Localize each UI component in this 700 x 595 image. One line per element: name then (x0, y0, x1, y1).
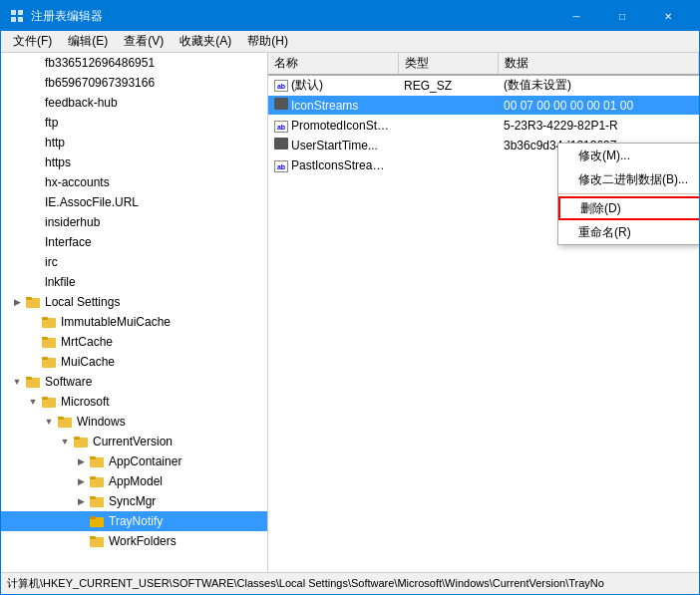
menu-help[interactable]: 帮助(H) (239, 31, 296, 53)
context-menu: 修改(M)...修改二进制数据(B)...删除(D)重命名(R) (557, 143, 699, 245)
context-menu-item-modify[interactable]: 修改(M)... (558, 144, 699, 167)
tree-item-fb659[interactable]: fb659670967393166 (1, 73, 267, 93)
svg-rect-21 (90, 456, 96, 459)
tree-item-insiderhub[interactable]: insiderhub (1, 212, 267, 232)
context-menu-item-modify-binary[interactable]: 修改二进制数据(B)... (558, 167, 699, 191)
tree-item-fb336[interactable]: fb336512696486951 (1, 53, 267, 73)
tree-item-Windows[interactable]: ▼Windows (1, 412, 267, 432)
folder-icon (89, 454, 105, 468)
tree-item-label: http (41, 136, 65, 149)
table-row[interactable]: abPromotedIconStre...5-23R3-4229-82P1-R (268, 116, 699, 136)
folder-icon (25, 375, 41, 389)
tree-item-label: fb659670967393166 (41, 76, 155, 90)
tree-item-label: WorkFolders (105, 534, 176, 548)
ab-icon: ab (274, 160, 288, 172)
folder-icon (25, 215, 41, 229)
expand-icon: ▶ (73, 476, 89, 486)
main-content: fb336512696486951fb659670967393166feedba… (1, 53, 699, 572)
svg-rect-29 (90, 536, 96, 539)
context-menu-item-rename[interactable]: 重命名(R) (558, 220, 699, 244)
value-name: IconStreams (268, 96, 398, 116)
tree-item-label: Windows (73, 415, 126, 429)
context-menu-item-delete[interactable]: 删除(D) (558, 196, 699, 220)
tree-item-LocalSettings[interactable]: ▶Local Settings (1, 292, 267, 312)
folder-icon (25, 255, 41, 269)
maximize-button[interactable]: □ (599, 1, 645, 31)
tree-item-AppModel[interactable]: ▶AppModel (1, 471, 267, 491)
context-menu-separator (558, 193, 699, 194)
table-row[interactable]: ab(默认)REG_SZ(数值未设置) (268, 75, 699, 96)
tree-item-ImmutableMuiCache[interactable]: ImmutableMuiCache (1, 312, 267, 332)
tree-item-label: Interface (41, 235, 92, 249)
folder-icon (25, 235, 41, 249)
expand-icon: ▶ (73, 456, 89, 466)
svg-rect-3 (18, 17, 23, 22)
tree-item-label: irc (41, 255, 58, 269)
menu-edit[interactable]: 编辑(E) (60, 31, 116, 53)
tree-item-label: MuiCache (57, 355, 115, 369)
folder-icon (57, 415, 73, 429)
window-title: 注册表编辑器 (31, 8, 553, 25)
expand-icon: ▶ (73, 496, 89, 506)
reg-icon (274, 138, 288, 149)
folder-icon (25, 155, 41, 169)
menu-favorites[interactable]: 收藏夹(A) (172, 31, 239, 53)
tree-item-label: TrayNotify (105, 514, 163, 528)
tree-item-label: SyncMgr (105, 494, 156, 508)
expand-icon: ▼ (9, 377, 25, 387)
tree-item-AppContainer[interactable]: ▶AppContainer (1, 451, 267, 471)
tree-item-CurrentVersion[interactable]: ▼CurrentVersion (1, 432, 267, 451)
value-type (398, 116, 498, 136)
folder-icon (25, 275, 41, 289)
svg-rect-15 (42, 397, 48, 400)
tree-item-ie-assoc[interactable]: IE.AssocFile.URL (1, 192, 267, 212)
tree-item-label: feedback-hub (41, 96, 118, 110)
tree-item-irc[interactable]: irc (1, 252, 267, 272)
close-button[interactable]: ✕ (645, 1, 691, 31)
folder-icon (25, 195, 41, 209)
tree-item-MrtCache[interactable]: MrtCache (1, 332, 267, 352)
ab-icon: ab (274, 121, 288, 133)
tree-item-https[interactable]: https (1, 152, 267, 172)
title-bar: 注册表编辑器 ─ □ ✕ (1, 1, 699, 31)
tree-item-label: CurrentVersion (89, 435, 173, 448)
folder-icon (25, 56, 41, 70)
tree-item-MuiCache[interactable]: MuiCache (1, 352, 267, 372)
tree-item-hx-accounts[interactable]: hx-accounts (1, 172, 267, 192)
menu-view[interactable]: 查看(V) (116, 31, 172, 53)
value-name: abPastIconsStream... (268, 155, 398, 175)
registry-values-table: 名称 类型 数据 ab(默认)REG_SZ(数值未设置)IconStreams0… (268, 53, 699, 572)
value-type (398, 136, 498, 155)
value-type: REG_SZ (398, 75, 498, 96)
tree-item-feedback[interactable]: feedback-hub (1, 93, 267, 113)
folder-icon (89, 534, 105, 548)
col-header-data: 数据 (498, 53, 699, 75)
svg-rect-0 (11, 10, 16, 15)
table-row[interactable]: IconStreams00 07 00 00 00 00 01 00 (268, 96, 699, 116)
value-name: ab(默认) (268, 75, 398, 96)
expand-icon: ▶ (9, 297, 25, 307)
tree-item-label: Microsoft (57, 395, 110, 409)
tree-item-SyncMgr[interactable]: ▶SyncMgr (1, 491, 267, 511)
tree-item-label: Local Settings (41, 295, 120, 309)
expand-icon: ▼ (41, 417, 57, 427)
tree-item-Microsoft[interactable]: ▼Microsoft (1, 392, 267, 412)
tree-item-Interface[interactable]: Interface (1, 232, 267, 252)
status-bar: 计算机\HKEY_CURRENT_USER\SOFTWARE\Classes\L… (1, 572, 699, 594)
svg-rect-27 (90, 516, 96, 519)
reg-icon (274, 98, 288, 110)
folder-icon (25, 116, 41, 130)
menu-file[interactable]: 文件(F) (5, 31, 60, 53)
tree-item-lnkfile[interactable]: lnkfile (1, 272, 267, 292)
status-text: 计算机\HKEY_CURRENT_USER\SOFTWARE\Classes\L… (7, 576, 604, 591)
folder-icon (89, 514, 105, 528)
tree-item-WorkFolders[interactable]: WorkFolders (1, 531, 267, 551)
tree-item-http[interactable]: http (1, 133, 267, 152)
tree-item-Software[interactable]: ▼Software (1, 372, 267, 392)
tree-item-TrayNotify[interactable]: TrayNotify (1, 511, 267, 531)
tree-item-label: lnkfile (41, 275, 76, 289)
folder-icon (41, 315, 57, 329)
folder-icon (25, 76, 41, 90)
tree-item-ftp[interactable]: ftp (1, 113, 267, 133)
minimize-button[interactable]: ─ (553, 1, 599, 31)
